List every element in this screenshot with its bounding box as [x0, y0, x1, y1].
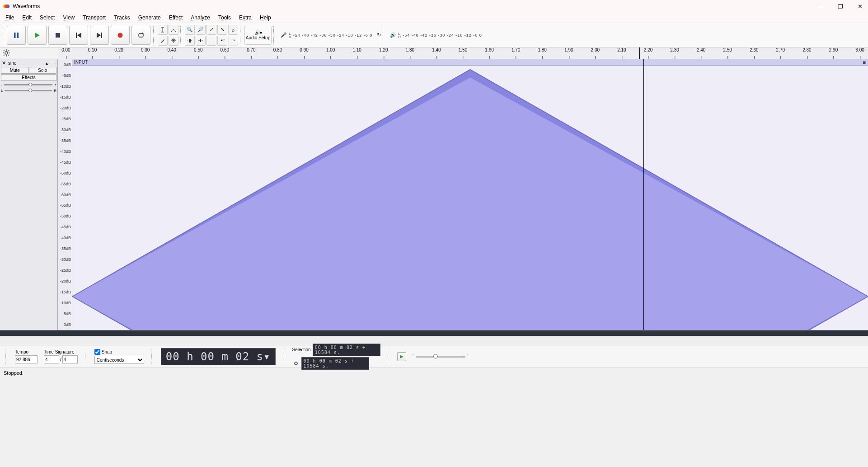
- play-at-speed-button[interactable]: [397, 352, 406, 361]
- skip-end-button[interactable]: [90, 26, 109, 45]
- bottom-grip-4[interactable]: [283, 349, 285, 364]
- minimize-button[interactable]: —: [815, 2, 826, 11]
- timeline-gear-icon[interactable]: [3, 49, 10, 57]
- record-button[interactable]: [111, 26, 130, 45]
- close-window-button[interactable]: ✕: [855, 2, 865, 11]
- redo-icon[interactable]: ↷: [228, 36, 238, 46]
- envelope-tool-icon[interactable]: [169, 25, 178, 35]
- menu-help[interactable]: Help: [256, 14, 275, 22]
- ruler-tick: 2.60: [750, 47, 758, 52]
- ruler-tick: 2.30: [670, 47, 679, 52]
- track-name-label[interactable]: sine: [8, 61, 43, 66]
- draw-tool-icon[interactable]: [158, 36, 168, 46]
- lr-label-rec: L R: [289, 32, 291, 38]
- menu-view[interactable]: View: [59, 14, 78, 22]
- menu-tools[interactable]: Tools: [215, 14, 235, 22]
- timesig-label: Time Signature: [44, 349, 78, 354]
- menu-analyze[interactable]: Analyze: [187, 14, 214, 22]
- ruler-tick: 0.00: [61, 47, 70, 52]
- svg-rect-10: [101, 33, 102, 38]
- svg-marker-39: [400, 355, 404, 359]
- ruler-tick: 0.40: [167, 47, 176, 52]
- ruler-tick: 2.90: [829, 47, 838, 52]
- svg-line-33: [8, 50, 9, 51]
- bottom-grip-2[interactable]: [85, 349, 87, 364]
- menu-edit[interactable]: Edit: [19, 14, 35, 22]
- zoom-out-icon[interactable]: 🔎: [196, 25, 206, 35]
- snap-checkbox[interactable]: [94, 349, 100, 355]
- timesig-num-input[interactable]: [44, 355, 59, 363]
- play-speed-slider[interactable]: ˙ ˙: [413, 354, 469, 359]
- menu-transport[interactable]: Transport: [79, 14, 109, 22]
- horizontal-scrollbar[interactable]: [0, 336, 868, 345]
- selection-tool-icon[interactable]: [158, 25, 168, 35]
- db-label: -25dB: [60, 117, 71, 121]
- menu-generate[interactable]: Generate: [135, 14, 164, 22]
- ruler-tick: 2.70: [776, 47, 785, 52]
- db-label: -25dB: [60, 268, 71, 273]
- trim-icon[interactable]: [185, 36, 195, 46]
- selection-gear-icon[interactable]: [292, 360, 300, 367]
- menu-effect[interactable]: Effect: [165, 14, 186, 22]
- clip-header[interactable]: INPUT ≡: [72, 59, 868, 66]
- menu-file[interactable]: File: [2, 14, 18, 22]
- skip-start-button[interactable]: [69, 26, 88, 45]
- waveform-area[interactable]: INPUT ≡: [72, 59, 868, 330]
- blank-tool: [206, 36, 216, 46]
- clip-name-label: INPUT: [74, 60, 88, 65]
- audio-setup-button[interactable]: 🔊▾ Audio Setup: [244, 26, 272, 45]
- gain-slider[interactable]: - +: [1, 83, 56, 87]
- selection-end-display[interactable]: 00 h 00 m 02 s + 10584 s.: [301, 357, 369, 370]
- bottom-grip-3[interactable]: [151, 349, 154, 364]
- silence-icon[interactable]: [196, 36, 206, 46]
- ruler-tick: 0.90: [300, 47, 308, 52]
- fit-selection-icon[interactable]: ⤢: [206, 25, 216, 35]
- ruler-tick: 0.30: [141, 47, 150, 52]
- bottom-grip-5[interactable]: [388, 349, 390, 364]
- status-text: Stopped.: [4, 370, 23, 376]
- stop-button[interactable]: [48, 26, 67, 45]
- loop-button[interactable]: [131, 26, 150, 45]
- menu-select[interactable]: Select: [36, 14, 58, 22]
- effects-button[interactable]: Effects: [1, 74, 56, 81]
- multi-tool-icon[interactable]: [169, 36, 178, 46]
- pan-slider[interactable]: L R: [1, 89, 56, 93]
- track-close-button[interactable]: ✕: [1, 60, 7, 66]
- rec-mode-icon[interactable]: ↻: [377, 32, 381, 38]
- clip-menu-icon[interactable]: ≡: [861, 59, 868, 66]
- fit-project-icon[interactable]: ⤡: [217, 25, 227, 35]
- db-vertical-scale[interactable]: 0dB-5dB-10dB-15dB-20dB-25dB-30dB-35dB-40…: [58, 59, 72, 330]
- time-ruler[interactable]: 0.000.100.200.300.400.500.600.700.800.90…: [58, 47, 868, 59]
- track-collapse-icon[interactable]: ▴: [45, 61, 49, 66]
- tempo-input[interactable]: [15, 355, 38, 363]
- playback-meter[interactable]: 🔊 L R -54 -48 -42 -36 -30 -24 -18 -12 -6…: [390, 32, 482, 38]
- play-button[interactable]: [28, 26, 47, 45]
- zoom-toggle-icon[interactable]: ⌕: [228, 25, 238, 35]
- undo-icon[interactable]: ↶: [217, 36, 227, 46]
- solo-button[interactable]: Solo: [29, 67, 57, 74]
- toolbar-grip[interactable]: [3, 25, 5, 45]
- timesig-den-input[interactable]: [62, 355, 78, 363]
- track-control-panel: ✕ sine ▴ ⋯ Mute Solo Effects - + L R: [0, 59, 58, 330]
- recording-meter[interactable]: 🎤 L R -54 -48 -42 -36 -30 -24 -18 -12 -6…: [281, 32, 381, 38]
- ruler-tick: 0.50: [194, 47, 202, 52]
- db-label: -40dB: [60, 236, 71, 240]
- db-label: -50dB: [60, 214, 71, 218]
- selection-start-display[interactable]: 00 h 00 m 02 s + 10584 s.: [313, 344, 380, 356]
- ruler-tick: 1.50: [459, 47, 467, 52]
- ruler-tick: 0.70: [247, 47, 255, 52]
- bottom-grip-1[interactable]: [5, 349, 8, 364]
- ruler-tick: 0.10: [88, 47, 97, 52]
- maximize-button[interactable]: ❐: [835, 2, 846, 11]
- snap-unit-select[interactable]: Centiseconds: [94, 356, 144, 364]
- time-counter-display[interactable]: 00 h 00 m 02 s▾: [161, 348, 276, 365]
- mute-button[interactable]: Mute: [1, 67, 29, 74]
- pause-button[interactable]: [7, 26, 26, 45]
- menu-extra[interactable]: Extra: [235, 14, 255, 22]
- zoom-in-icon[interactable]: 🔍: [185, 25, 195, 35]
- track-menu-icon[interactable]: ⋯: [50, 61, 56, 66]
- menu-tracks[interactable]: Tracks: [110, 14, 134, 22]
- ruler-cursor: [639, 47, 640, 59]
- gain-minus-label: -: [1, 83, 2, 87]
- snap-checkbox-row[interactable]: Snap: [94, 349, 144, 355]
